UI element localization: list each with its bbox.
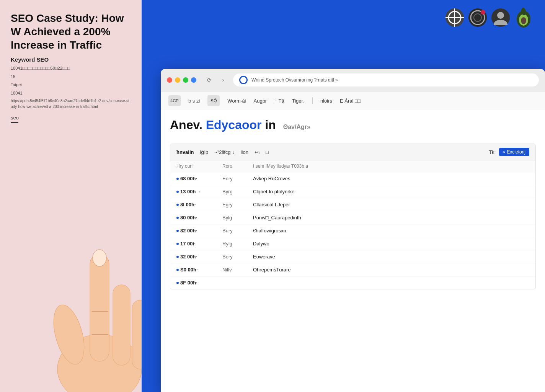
nav-link-wormai[interactable]: Worm·ái (227, 98, 246, 104)
svg-rect-3 (132, 300, 142, 369)
vol-cell-3: 80 00ħ· (176, 215, 222, 220)
table-row: 32 00ħ· Bory Eowerave (170, 250, 535, 263)
kw-cell-2: Cllarsinal LJeper (253, 202, 529, 207)
close-button[interactable] (167, 77, 172, 83)
meta-line1: 10041□□□□□□□□□□□50□22□□□ (11, 65, 131, 72)
nav-link-aral[interactable]: Ε·Áral □□ (340, 98, 361, 104)
address-bar[interactable]: Wnind Sprotech Ovsamroning ?rnats αitl » (233, 74, 539, 87)
heading-sub: Θav/Agr» (283, 124, 310, 130)
vol-cell-1: 13 00ħ→ (176, 189, 222, 194)
col-header-1: lɡ̈Ib (200, 149, 209, 155)
table-subheader: Hry ounᴵ Roro I sem IMey iludyaı T003b a (170, 160, 535, 172)
browser-navigation: ⟳ › (204, 75, 228, 85)
vol-cell-5: 17 00ί· (176, 241, 222, 247)
vol-cell-8: 8F 00ħ· (176, 280, 222, 286)
nav-link-ta[interactable]: ⊦ Tā (274, 98, 284, 104)
col-header-3: lion (241, 149, 248, 155)
nav-link-tiger[interactable]: Tiger، (292, 98, 305, 104)
heading-main: Anev. Edycaoor in (170, 118, 276, 132)
kw-cell-1: Clqnet-lo ptolynrke (253, 189, 529, 194)
sq-icon-label: SỘ (210, 98, 217, 103)
avocado-icon (514, 8, 534, 28)
forward-button[interactable]: › (218, 75, 228, 85)
article-title: SEO Case Study: How W Achieved a 200% In… (11, 11, 131, 52)
browser-content: Anev. Edycaoor in Θav/Agr» ħnvalin lɡ̈Ib… (161, 110, 545, 289)
browser-icon (445, 8, 465, 28)
diff-cell-3: Bylg (222, 215, 253, 220)
col-header-0: ħnvalin (176, 149, 194, 155)
diff-cell-2: Egry (222, 202, 253, 207)
kw-cell-5: Dalywo (253, 241, 529, 247)
nav-link-nloirs[interactable]: nloirs (320, 98, 332, 104)
nav-link-bszi[interactable]: b s zi (188, 98, 200, 104)
vol-cell-6: 32 00ħ· (176, 254, 222, 260)
col-header-2: ~¹2lifcg ↓ (214, 149, 234, 155)
diff-cell-6: Bory (222, 254, 253, 260)
table-row: S0 00ħ· Nillv OhrepemsTurare (170, 263, 535, 276)
home-icon-label: 4CP (170, 98, 178, 103)
top-right-icons (445, 8, 534, 28)
svg-rect-2 (113, 285, 130, 365)
diff-cell-7: Nillv (222, 267, 253, 273)
browser-nav-bar: 4CP b s zi SỘ Worm·ái Augpr ⊦ Tā Tiger، … (161, 91, 545, 110)
export-button[interactable]: ≈ Excietonj (499, 148, 529, 156)
nav-icon-home[interactable]: 4CP (168, 95, 181, 106)
subheader-col-1: Roro (222, 163, 253, 169)
nav-separator (312, 97, 313, 104)
svg-point-18 (497, 12, 504, 19)
maximize-button[interactable] (183, 77, 188, 83)
left-panel: SEO Case Study: How W Achieved a 200% In… (0, 0, 142, 392)
table-row: 17 00ί· Rylg Dalywo (170, 237, 535, 250)
vol-cell-7: S0 00ħ· (176, 267, 222, 273)
diff-cell-4: Bury (222, 228, 253, 234)
table-row: 8I 00ħ· Egry Cllarsinal LJeper (170, 198, 535, 211)
right-panel: ⟳ › Wnind Sprotech Ovsamroning ?rnats αi… (142, 0, 545, 392)
export-icon: ≈ (503, 149, 506, 155)
svg-point-21 (521, 17, 526, 24)
keyword-table: ħnvalin lɡ̈Ib ~¹2lifcg ↓ lion ↩ᵢ □ Tk ≈ … (170, 144, 536, 289)
table-row: 68 00ħ· Eory Δvkep RuCroves (170, 172, 535, 185)
kw-cell-7: OhrepemsTurare (253, 267, 529, 273)
diff-cell-1: Byrg (222, 189, 253, 194)
export-label: Excietonj (507, 149, 525, 155)
table-row: 8F 00ħ· (170, 276, 535, 289)
svg-point-16 (481, 10, 485, 15)
subheader-col-0: Hry ounᴵ (176, 163, 222, 169)
nav-icon-sq[interactable]: SỘ (207, 95, 220, 106)
page-heading: Anev. Edycaoor in Θav/Agr» (170, 118, 310, 132)
kw-cell-6: Eowerave (253, 254, 529, 260)
vol-cell-4: 82 00ħ· (176, 228, 222, 234)
icon-group-3 (491, 8, 511, 28)
meta-line2: 15 (11, 74, 131, 80)
col-header-6: Tk (489, 149, 494, 155)
table-header: ħnvalin lɡ̈Ib ~¹2lifcg ↓ lion ↩ᵢ □ Tk ≈ … (170, 144, 535, 160)
kw-cell-3: Ponw□_Caurapedinth (253, 215, 529, 220)
search-icon (468, 8, 488, 28)
table-row: 80 00ħ· Bylg Ponw□_Caurapedinth (170, 211, 535, 224)
heading-row: Anev. Edycaoor in Θav/Agr» (170, 118, 536, 138)
svg-rect-1 (90, 254, 109, 361)
back-button[interactable]: ⟳ (204, 75, 215, 85)
keyword-seo-label: Keyword SEO (11, 56, 131, 63)
avocado-svg (514, 8, 534, 28)
diff-cell-5: Rylg (222, 241, 253, 247)
col-header-4: ↩ᵢ (255, 149, 259, 155)
table-row: 82 00ħ· Bury €halfowigrosxn (170, 224, 535, 237)
address-circle-icon (239, 76, 248, 84)
traffic-lights (167, 77, 196, 83)
vol-cell-2: 8I 00ħ· (176, 202, 222, 207)
address-text: Wnind Sprotech Ovsamroning ?rnats αitl » (251, 77, 338, 83)
subheader-col-2: I sem IMey iludyaı T003b a (253, 163, 529, 169)
meta-city: Taipei (11, 82, 131, 88)
nav-link-augpr[interactable]: Augpr (254, 98, 267, 104)
extra-button[interactable] (191, 77, 196, 83)
icon-group-1 (445, 8, 465, 28)
hand-illustration (34, 208, 142, 392)
table-row: 13 00ħ→ Byrg Clqnet-lo ptolynrke (170, 185, 535, 198)
browser-chrome: ⟳ › Wnind Sprotech Ovsamroning ?rnats αi… (161, 69, 545, 91)
icon-group-2 (468, 8, 488, 28)
col-header-5: □ (266, 149, 269, 155)
minimize-button[interactable] (175, 77, 180, 83)
article-url: https://pub-5c454f571b8e40a3a2aad27ade84… (11, 98, 131, 109)
table-actions: Tk ≈ Excietonj (489, 148, 529, 156)
